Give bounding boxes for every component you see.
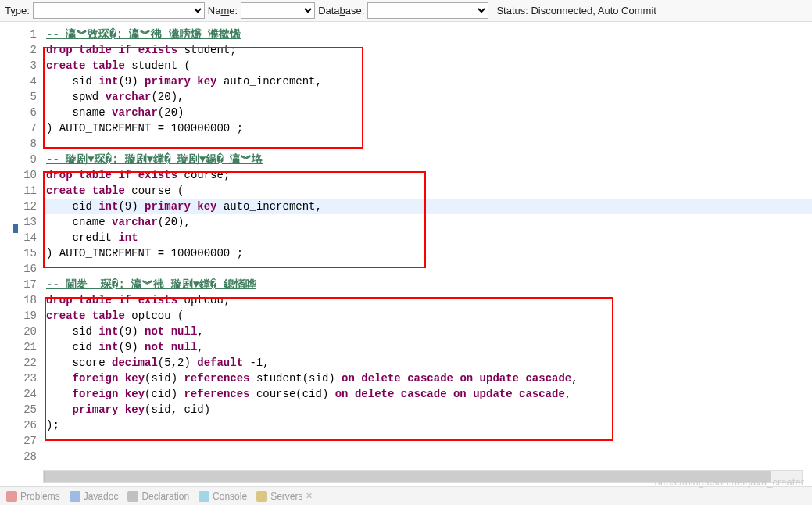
declaration-icon (127, 491, 138, 502)
line-number: 5 (0, 89, 43, 105)
code-line[interactable]: sid int(9) not null, (43, 324, 812, 339)
database-combo[interactable] (367, 2, 488, 19)
line-number: 20 (0, 324, 43, 339)
code-line[interactable] (43, 433, 812, 449)
code-line[interactable]: drop table if exists student; (43, 42, 812, 58)
code-line[interactable]: create table course ( (43, 183, 812, 199)
code-line[interactable]: score decimal(5,2) default -1, (43, 355, 812, 371)
type-combo[interactable] (33, 2, 205, 19)
line-number: 4 (0, 73, 43, 89)
code-line[interactable]: -- 閫夎 琛�: 瀛︾彿 璇剧▼鐣� 鎴愭哗 (43, 277, 812, 292)
editor: 1234567891011121314151617181920212223242… (0, 22, 812, 483)
code-line[interactable]: ) AUTO_INCREMENT = 100000000 ; (43, 245, 812, 261)
code-line[interactable]: create table optcou ( (43, 308, 812, 324)
line-number: 9 (0, 152, 43, 167)
line-number: 23 (0, 371, 43, 386)
line-number: 8 (0, 136, 43, 152)
problems-icon (6, 491, 17, 502)
line-number: 26 (0, 417, 43, 433)
line-number: 2 (0, 42, 43, 58)
line-number: 25 (0, 402, 43, 417)
line-number: 15 (0, 245, 43, 261)
scrollbar-thumb[interactable] (44, 471, 771, 482)
code-line[interactable]: create table student ( (43, 58, 812, 73)
code-line[interactable]: cname varchar(20), (43, 214, 812, 230)
line-number: 24 (0, 386, 43, 402)
line-number: 28 (0, 449, 43, 464)
line-number: 14 (0, 230, 43, 245)
line-number: 13 (0, 214, 43, 230)
servers-icon (256, 491, 267, 502)
code-line[interactable]: -- 璇剧▼琛�: 璇剧▼鐣� 璇剧▼鍚� 瀛︾垎 (43, 152, 812, 167)
name-label: Name: (208, 5, 238, 16)
code-line[interactable] (43, 261, 812, 277)
line-number: 18 (0, 292, 43, 308)
tab-label: Servers (270, 491, 302, 502)
code-line[interactable]: spwd varchar(20), (43, 89, 812, 105)
line-number: 3 (0, 58, 43, 73)
code-line[interactable]: ); (43, 417, 812, 433)
line-number: 11 (0, 183, 43, 199)
code-line[interactable]: ) AUTO_INCREMENT = 100000000 ; (43, 120, 812, 136)
line-number: 27 (0, 433, 43, 449)
line-number: 10 (0, 167, 43, 183)
tab-console[interactable]: Console (199, 491, 247, 502)
tab-problems[interactable]: Problems (6, 491, 60, 502)
tab-declaration[interactable]: Declaration (127, 491, 189, 502)
line-number: 22 (0, 355, 43, 371)
line-number: 16 (0, 261, 43, 277)
line-gutter: 1234567891011121314151617181920212223242… (0, 22, 43, 483)
tab-label: Problems (20, 491, 60, 502)
line-number: 21 (0, 339, 43, 355)
code-line[interactable]: credit int (43, 230, 812, 245)
cursor-marker (13, 224, 18, 233)
close-icon[interactable]: ✕ (306, 491, 313, 501)
console-icon (199, 491, 209, 502)
tab-label: Javadoc (84, 491, 119, 502)
database-label: Database: (318, 5, 364, 16)
tab-servers[interactable]: Servers✕ (256, 491, 313, 502)
tab-label: Declaration (141, 491, 189, 502)
code-line[interactable]: sid int(9) primary key auto_increment, (43, 73, 812, 89)
status-text: Status: Disconnected, Auto Commit (496, 5, 656, 16)
name-combo[interactable] (241, 2, 315, 19)
line-number: 12 (0, 199, 43, 214)
line-number: 1 (0, 27, 43, 42)
toolbar: Type: Name: Database: Status: Disconnect… (0, 0, 812, 22)
horizontal-scrollbar[interactable] (43, 470, 803, 483)
code-line[interactable] (43, 449, 812, 464)
bottom-tabs: ProblemsJavadocDeclarationConsoleServers… (0, 486, 812, 505)
code-line[interactable]: -- 瀛︾敓琛�: 瀛︾彿 瀵嗙爜 濮撳悕 (43, 27, 812, 42)
code-line[interactable] (43, 136, 812, 152)
javadoc-icon (70, 491, 80, 502)
code-line[interactable]: drop table if exists course; (43, 167, 812, 183)
code-line[interactable]: drop table if exists optcou; (43, 292, 812, 308)
code-line[interactable]: primary key(sid, cid) (43, 402, 812, 417)
line-number: 17 (0, 277, 43, 292)
code-line[interactable]: foreign key(cid) references course(cid) … (43, 386, 812, 402)
code-area[interactable]: -- 瀛︾敓琛�: 瀛︾彿 瀵嗙爜 濮撳悕drop table if exist… (43, 22, 812, 483)
tab-javadoc[interactable]: Javadoc (70, 491, 119, 502)
code-line[interactable]: sname varchar(20) (43, 105, 812, 120)
tab-label: Console (213, 491, 247, 502)
line-number: 6 (0, 105, 43, 120)
code-line[interactable]: cid int(9) not null, (43, 339, 812, 355)
type-label: Type: (5, 5, 30, 16)
line-number: 7 (0, 120, 43, 136)
code-line[interactable]: foreign key(sid) references student(sid)… (43, 371, 812, 386)
line-number: 19 (0, 308, 43, 324)
